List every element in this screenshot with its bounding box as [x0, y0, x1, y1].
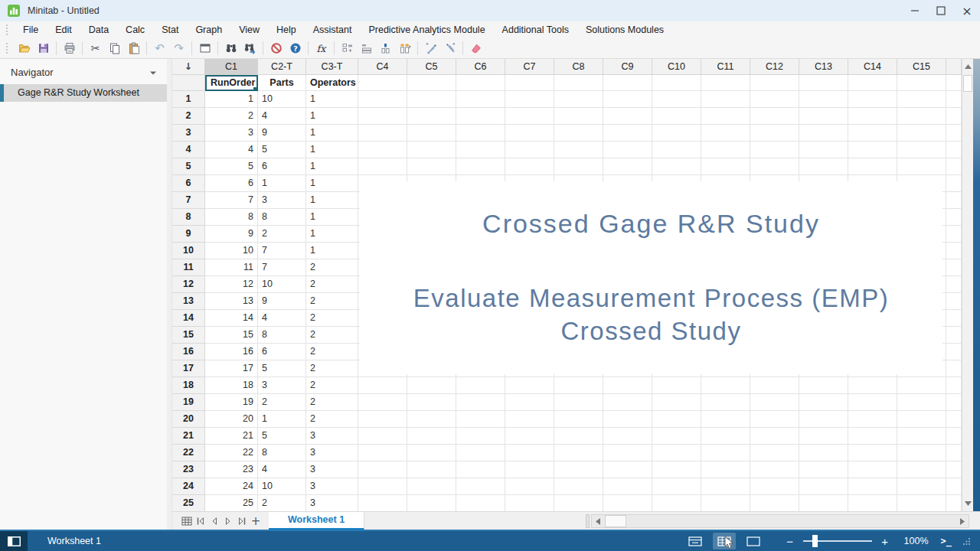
worksheet-cell[interactable] [407, 461, 456, 478]
worksheet-cell[interactable] [358, 411, 407, 428]
column-header-c2-t[interactable]: C2-T [258, 59, 306, 75]
row-header[interactable]: 6 [172, 175, 205, 192]
navigator-item-gage-r-r-study-worksheet[interactable]: Gage R&R Study Worksheet [0, 84, 167, 102]
worksheet-cell[interactable]: 5 [258, 428, 306, 445]
worksheet-cell[interactable] [897, 394, 946, 411]
insert-rows-button[interactable] [357, 40, 376, 57]
worksheet-cell[interactable] [554, 125, 603, 142]
worksheet-cell[interactable]: 5 [205, 158, 258, 175]
column-header-c7[interactable]: C7 [505, 59, 554, 75]
worksheet-cell[interactable] [750, 142, 799, 158]
worksheet-cell[interactable] [456, 478, 505, 495]
worksheet-cell[interactable] [799, 142, 848, 158]
resize-grip-icon[interactable] [962, 537, 971, 546]
row-header[interactable]: 23 [172, 461, 205, 478]
menu-graph[interactable]: Graph [187, 21, 230, 38]
column-name-cell-c13[interactable] [799, 75, 848, 91]
worksheet-cell[interactable] [358, 142, 407, 158]
row-header[interactable]: 12 [172, 276, 205, 293]
worksheet-cell[interactable]: 7 [258, 243, 306, 259]
row-header[interactable]: 3 [172, 125, 205, 142]
worksheet-cell[interactable]: 2 [258, 226, 306, 243]
worksheet-cell[interactable] [848, 411, 897, 428]
column-header-c1[interactable]: C1 [205, 59, 258, 75]
worksheet-cell[interactable]: 12 [205, 276, 258, 293]
worksheet-cell[interactable] [554, 445, 603, 461]
worksheet-cell[interactable]: 3 [258, 192, 306, 209]
worksheet-cell[interactable] [407, 158, 456, 175]
worksheet-cell[interactable] [799, 445, 848, 461]
help-button[interactable]: ? [286, 40, 305, 57]
row-header[interactable]: 24 [172, 478, 205, 495]
worksheet-cell[interactable] [652, 478, 701, 495]
worksheet-cell[interactable] [358, 158, 407, 175]
worksheet-cell[interactable] [603, 394, 652, 411]
worksheet-cell[interactable] [701, 428, 750, 445]
maximize-button[interactable] [928, 0, 954, 21]
worksheet-cell[interactable] [603, 158, 652, 175]
worksheet-cell[interactable] [603, 377, 652, 394]
worksheet-cell[interactable]: 4 [205, 142, 258, 158]
worksheet-cell[interactable] [897, 108, 946, 125]
worksheet-cell[interactable]: 2 [205, 108, 258, 125]
worksheet-cell[interactable] [603, 478, 652, 495]
worksheet-cell[interactable]: 3 [306, 478, 358, 495]
worksheet-cell[interactable] [750, 461, 799, 478]
column-header-c3-t[interactable]: C3-T [306, 59, 358, 75]
worksheet-cell[interactable]: 9 [205, 226, 258, 243]
worksheet-cell[interactable] [799, 411, 848, 428]
column-name-cell-c7[interactable] [505, 75, 554, 91]
worksheet-cell[interactable]: 5 [258, 142, 306, 158]
worksheet-cell[interactable] [799, 394, 848, 411]
worksheet-cell[interactable] [750, 478, 799, 495]
worksheet-cell[interactable] [554, 478, 603, 495]
find-next-button[interactable] [240, 40, 260, 57]
worksheet-cell[interactable]: 1 [306, 91, 358, 108]
worksheet-cell[interactable] [701, 142, 750, 158]
worksheet-cell[interactable]: 22 [205, 445, 258, 461]
close-button[interactable]: × [954, 0, 980, 21]
worksheet-cell[interactable] [456, 394, 505, 411]
row-header[interactable]: 4 [172, 142, 205, 158]
scroll-right-icon[interactable] [956, 515, 969, 527]
brush-points-button[interactable] [421, 40, 440, 57]
worksheet-cell[interactable]: 1 [306, 243, 358, 259]
menu-view[interactable]: View [230, 21, 268, 38]
column-header-c13[interactable]: C13 [799, 59, 848, 75]
worksheet-cell[interactable] [505, 428, 554, 445]
worksheet-cell[interactable] [897, 91, 946, 108]
worksheet-cell[interactable]: 17 [205, 360, 258, 377]
paste-button[interactable] [124, 40, 143, 57]
worksheet-cell[interactable] [358, 394, 407, 411]
column-header-c11[interactable]: C11 [701, 59, 750, 75]
new-window-button[interactable] [195, 40, 214, 57]
worksheet-cell[interactable] [848, 445, 897, 461]
worksheet-cell[interactable] [505, 91, 554, 108]
menu-help[interactable]: Help [268, 21, 305, 38]
worksheet-cell[interactable] [897, 411, 946, 428]
worksheet-cell[interactable]: 1 [306, 108, 358, 125]
worksheet-cell[interactable]: 4 [258, 310, 306, 327]
worksheet-cell[interactable] [456, 377, 505, 394]
scrollbar-splitter[interactable] [586, 514, 590, 528]
worksheet-cell[interactable] [358, 461, 407, 478]
horizontal-scrollbar[interactable] [586, 514, 969, 528]
worksheet-cell[interactable] [897, 478, 946, 495]
worksheet-cell[interactable] [652, 428, 701, 445]
worksheet-cell[interactable]: 13 [205, 293, 258, 310]
worksheet-cell[interactable] [603, 125, 652, 142]
worksheet-cell[interactable]: 3 [306, 428, 358, 445]
worksheet-cell[interactable] [750, 108, 799, 125]
worksheet-cell[interactable]: 24 [205, 478, 258, 495]
worksheet-cell[interactable] [603, 108, 652, 125]
column-header-c5[interactable]: C5 [407, 59, 456, 75]
open-file-button[interactable] [15, 40, 34, 57]
worksheet-cell[interactable] [554, 394, 603, 411]
worksheet-cell[interactable]: 20 [205, 411, 258, 428]
worksheet-cell[interactable]: 18 [205, 377, 258, 394]
column-name-cell-c6[interactable] [456, 75, 505, 91]
worksheet-cell[interactable] [701, 91, 750, 108]
worksheet-cell[interactable] [750, 377, 799, 394]
row-header[interactable]: 9 [172, 226, 205, 243]
worksheet-cell[interactable] [799, 478, 848, 495]
